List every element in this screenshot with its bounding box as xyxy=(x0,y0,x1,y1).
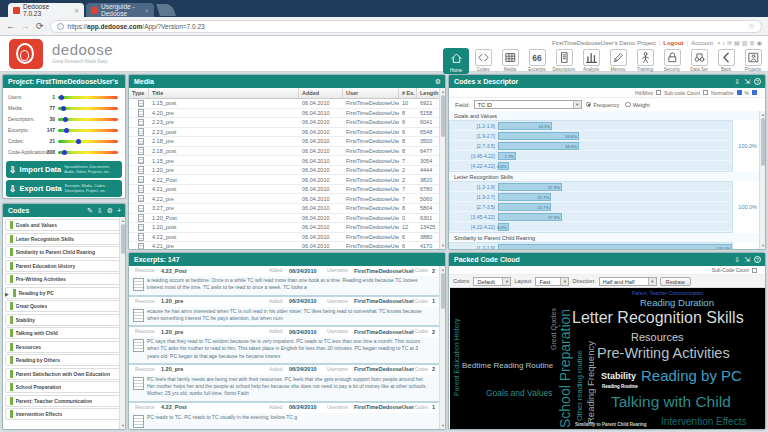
cloud-word[interactable]: Reading Duration xyxy=(640,298,714,308)
cloud-word[interactable]: Parent Education History xyxy=(453,319,460,396)
chart-bar-row[interactable]: [4.22-4.22]0.0% xyxy=(450,222,732,232)
radio-frequency[interactable] xyxy=(586,102,592,108)
chart-bar-row[interactable]: [1.9-2.7]34.6% xyxy=(450,131,732,141)
direction-select[interactable]: Half and Half▼ xyxy=(599,277,657,286)
excerpt-row[interactable]: Resource:4.22_PostAdded:06/24/2010Userna… xyxy=(129,403,439,430)
stat-slider[interactable] xyxy=(58,129,118,132)
layout-select[interactable]: Fast▼ xyxy=(535,277,569,286)
codes-scrollbar[interactable]: ▲ ▼ xyxy=(119,217,125,429)
excerpt-row[interactable]: Resource:1.20_preAdded:06/24/2010Usernam… xyxy=(129,327,439,365)
code-item[interactable]: Similarity to Parent Child Rearing xyxy=(5,246,120,258)
back-icon[interactable]: ← xyxy=(6,22,15,31)
excerpts-scrollbar[interactable]: ▲ ▼ xyxy=(439,266,445,429)
media-column-header[interactable]: Type xyxy=(129,88,149,98)
help-icon[interactable]: ? xyxy=(754,256,761,263)
code-item[interactable]: Intervention Effects xyxy=(5,408,120,420)
stat-slider-handle[interactable] xyxy=(63,117,68,122)
new-tab-button[interactable] xyxy=(156,4,176,16)
stat-slider-handle[interactable] xyxy=(61,106,66,111)
media-row[interactable]: 2.18_pre06.04.2010FirstTimeDedooseUser83… xyxy=(129,137,445,147)
cloud-word[interactable]: School Preparation xyxy=(558,309,572,428)
tab-close-icon[interactable]: ✕ xyxy=(74,7,79,14)
code-item[interactable]: ▶Reading by PC xyxy=(5,287,120,299)
media-row[interactable]: 4.22_pre06.04.2010FirstTimeDedooseUser75… xyxy=(129,194,445,204)
account-link[interactable]: Account xyxy=(691,40,713,46)
media-row[interactable]: 4.22_post06.04.2010FirstTimeDedooseUser6… xyxy=(129,233,445,243)
cloud-word[interactable]: Reading by PC xyxy=(641,368,742,383)
nav-item-codes[interactable]: Codes xyxy=(470,48,496,74)
stat-slider[interactable] xyxy=(58,107,118,110)
code-item[interactable]: Goals and Values xyxy=(5,219,120,231)
media-row[interactable]: 1.15_post06.04.2010FirstTimeDedooseUser1… xyxy=(129,99,445,109)
browser-tab-active[interactable]: Dedoose 7.0.23 ✕ xyxy=(8,3,84,17)
nav-item-training[interactable]: Training xyxy=(632,48,658,74)
stat-slider-handle[interactable] xyxy=(76,139,81,144)
stat-slider-handle[interactable] xyxy=(62,150,67,155)
media-scrollbar[interactable]: ▲ ▼ xyxy=(439,88,445,249)
media-row[interactable]: 1.20_pre06.04.2010FirstTimeDedooseUser24… xyxy=(129,166,445,176)
import-data-button[interactable]: ⇩ Import Data Spreadsheets, Documents, A… xyxy=(6,161,122,178)
media-row[interactable]: 2.23_pre06.04.2010FirstTimeDedooseUser66… xyxy=(129,118,445,128)
nav-item-descriptors[interactable]: Descriptors xyxy=(551,48,577,74)
media-row[interactable]: 1.15_pre06.04.2010FirstTimeDedooseUser73… xyxy=(129,156,445,166)
nav-item-security[interactable]: Security xyxy=(659,48,685,74)
nav-item-data-set[interactable]: Data Set xyxy=(686,48,712,74)
layout-icon[interactable]: ▤ xyxy=(734,40,740,46)
stat-slider[interactable] xyxy=(58,140,118,143)
chart-bar-row[interactable]: [1.9-2.7]22.7% xyxy=(450,192,732,202)
logout-link[interactable]: Logout xyxy=(663,40,683,46)
chart-bar-row[interactable]: [1.2-1.9]100.0% xyxy=(450,243,732,249)
media-column-header[interactable]: Added xyxy=(299,88,343,98)
code-item[interactable]: Parent Satisfaction with Own Education xyxy=(5,368,120,380)
bookmark-star-icon[interactable]: ☆ xyxy=(748,22,755,31)
media-row[interactable]: 4.22_Post06.04.2010FirstTimeDedooseUser2… xyxy=(129,175,445,185)
expand-arrow-icon[interactable]: ▶ xyxy=(5,291,9,297)
cloud-word[interactable]: Reading Frequency xyxy=(586,341,596,424)
nav-item-analyze[interactable]: Analyze xyxy=(578,48,604,74)
media-column-header[interactable]: User xyxy=(343,88,399,98)
nav-item-home[interactable]: Home xyxy=(443,48,469,74)
cloud-word[interactable]: Letter Recognition Skills xyxy=(572,310,744,326)
chart-scrollbar[interactable]: ▲ ▼ xyxy=(759,111,765,249)
media-column-header[interactable]: Length xyxy=(417,88,441,98)
browser-tab-inactive[interactable]: Userguide - Dedoose ✕ xyxy=(86,3,154,17)
code-item[interactable]: Parent; Teacher Communication xyxy=(5,395,120,407)
gear-icon[interactable]: ⚙ xyxy=(749,40,754,46)
chart-option-checkbox[interactable] xyxy=(703,90,708,95)
cloud-word[interactable]: Bedtime Reading Routine xyxy=(462,362,553,370)
media-row[interactable]: 1.20_post06.04.2010FirstTimeDedooseUser1… xyxy=(129,223,445,233)
cloud-word[interactable]: Great Quotes xyxy=(550,308,557,350)
code-item[interactable]: Great Quotes xyxy=(5,300,120,312)
refresh-icon[interactable]: ⟳ xyxy=(36,22,44,31)
add-code-icon[interactable]: + xyxy=(117,207,121,214)
cloud-word[interactable]: Reading Routine xyxy=(602,385,638,390)
code-item[interactable]: Talking with Child xyxy=(5,327,120,339)
cloud-word[interactable]: Goals and Values xyxy=(486,389,552,398)
media-column-header[interactable]: Title xyxy=(149,88,299,98)
nav-item-media[interactable]: Media xyxy=(497,48,523,74)
media-column-header[interactable]: # Ex. xyxy=(399,88,417,98)
tab-close-icon[interactable]: ✕ xyxy=(144,7,149,14)
edit-icon[interactable]: ✎ xyxy=(87,207,93,214)
power-icon[interactable]: ◉ xyxy=(757,40,762,46)
nav-item-projects[interactable]: Projects xyxy=(740,48,766,74)
mail-icon[interactable]: ✉ xyxy=(727,40,732,46)
export-icon[interactable]: ⇩ xyxy=(734,78,740,85)
volume-icon[interactable]: ♪ xyxy=(722,40,725,46)
chart-option-checkbox[interactable] xyxy=(737,90,742,95)
cloud-word[interactable]: Other reading routine xyxy=(576,350,584,421)
radio-weight[interactable] xyxy=(625,102,631,108)
stat-slider[interactable] xyxy=(58,151,118,154)
code-item[interactable]: Letter Recognition Skills xyxy=(5,233,120,245)
settings-icon[interactable]: ⚙ xyxy=(107,207,113,214)
cloud-word[interactable]: Intervention Effects xyxy=(661,417,746,427)
pin-icon[interactable]: ▪ xyxy=(718,40,720,46)
redraw-button[interactable]: Redraw xyxy=(660,277,691,286)
cloud-word[interactable]: Pre-Writing Activities xyxy=(597,346,730,361)
field-select[interactable]: TC ID ▼ xyxy=(474,100,582,109)
excerpt-row[interactable]: Resource:1.20_preAdded:06/24/2010Usernam… xyxy=(129,297,439,328)
nav-item-back[interactable]: Back xyxy=(713,48,739,74)
stat-slider[interactable] xyxy=(58,118,118,121)
media-row[interactable]: 4.21_pre06.04.2010FirstTimeDedooseUser64… xyxy=(129,242,445,250)
chart-option-checkbox[interactable] xyxy=(656,90,661,95)
